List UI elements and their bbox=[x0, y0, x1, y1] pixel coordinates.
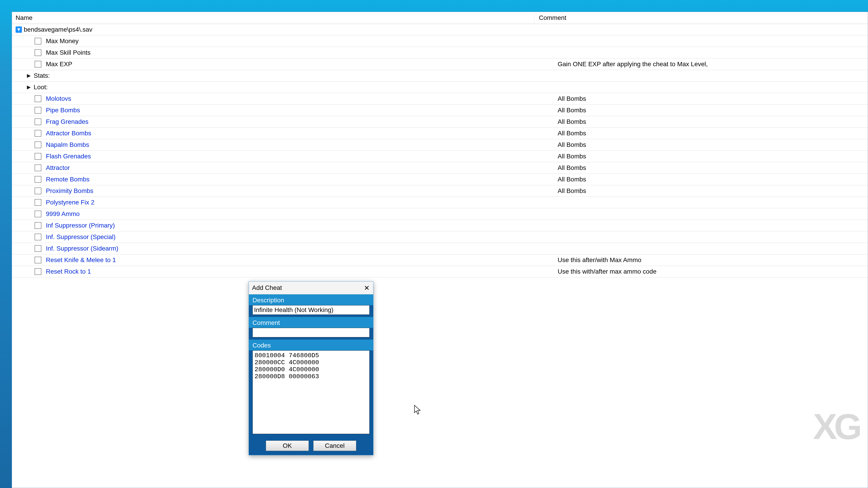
checkbox[interactable] bbox=[35, 107, 41, 113]
table-row[interactable]: MolotovsAll Bombs bbox=[12, 93, 868, 105]
tree-body: Max MoneyMax Skill PointsMax EXPGain ONE… bbox=[12, 35, 868, 278]
row-label[interactable]: Proximity Bombs bbox=[46, 187, 93, 195]
expander-icon[interactable]: ▶ bbox=[26, 72, 32, 79]
checkbox[interactable] bbox=[35, 38, 41, 44]
table-row[interactable]: Inf. Suppressor (Special) bbox=[12, 231, 868, 243]
checkbox[interactable] bbox=[35, 141, 41, 148]
table-header: Name Comment bbox=[12, 12, 868, 24]
table-row[interactable]: Inf Suppressor (Primary) bbox=[12, 220, 868, 231]
watermark: XG bbox=[813, 406, 859, 447]
description-input[interactable] bbox=[252, 305, 370, 315]
table-row[interactable]: Attractor BombsAll Bombs bbox=[12, 128, 868, 139]
row-label[interactable]: Frag Grenades bbox=[46, 118, 88, 125]
table-row[interactable]: Inf. Suppressor (Sidearm) bbox=[12, 243, 868, 254]
checkbox[interactable] bbox=[35, 188, 41, 194]
description-label: Description bbox=[249, 294, 373, 305]
row-label[interactable]: Pipe Bombs bbox=[46, 107, 80, 114]
table-row[interactable]: Polystyrene Fix 2 bbox=[12, 197, 868, 208]
expander-icon[interactable]: ▼ bbox=[16, 26, 22, 33]
row-label[interactable]: Attractor Bombs bbox=[46, 130, 91, 137]
row-comment: All Bombs bbox=[553, 164, 868, 171]
add-cheat-dialog: Add Cheat ✕ Description Comment Codes OK… bbox=[249, 281, 373, 455]
row-label[interactable]: Inf Suppressor (Primary) bbox=[46, 222, 115, 229]
column-header-comment[interactable]: Comment bbox=[534, 12, 868, 24]
row-label: Max Skill Points bbox=[46, 49, 91, 56]
table-row[interactable]: Remote BombsAll Bombs bbox=[12, 174, 868, 185]
table-row[interactable]: ▶Loot: bbox=[12, 82, 868, 93]
table-row[interactable]: Reset Rock to 1Use this with/after max a… bbox=[12, 266, 868, 278]
row-label[interactable]: Napalm Bombs bbox=[46, 141, 89, 149]
checkbox[interactable] bbox=[35, 130, 41, 137]
checkbox[interactable] bbox=[35, 61, 41, 68]
row-comment: All Bombs bbox=[553, 130, 868, 137]
table-row[interactable]: Frag GrenadesAll Bombs bbox=[12, 116, 868, 128]
checkbox[interactable] bbox=[35, 222, 41, 229]
row-label[interactable]: Reset Knife & Melee to 1 bbox=[46, 256, 116, 264]
row-label: Stats: bbox=[34, 72, 50, 79]
table-row[interactable]: Max Money bbox=[12, 35, 868, 47]
row-comment: All Bombs bbox=[553, 153, 868, 160]
row-label[interactable]: Reset Rock to 1 bbox=[46, 268, 91, 275]
checkbox[interactable] bbox=[35, 49, 41, 56]
row-comment: All Bombs bbox=[553, 118, 868, 125]
row-label[interactable]: Attractor bbox=[46, 164, 70, 171]
row-label[interactable]: Molotovs bbox=[46, 95, 71, 102]
table-row[interactable]: Reset Knife & Melee to 1Use this after/w… bbox=[12, 254, 868, 266]
ok-button[interactable]: OK bbox=[266, 441, 309, 451]
checkbox[interactable] bbox=[35, 176, 41, 183]
codes-input[interactable] bbox=[252, 350, 370, 434]
row-label: Max EXP bbox=[46, 61, 72, 68]
checkbox[interactable] bbox=[35, 257, 41, 263]
row-comment: Use this with/after max ammo code bbox=[553, 268, 868, 275]
table-row[interactable]: Max Skill Points bbox=[12, 47, 868, 59]
row-label: Max Money bbox=[46, 37, 79, 45]
checkbox[interactable] bbox=[35, 164, 41, 171]
checkbox[interactable] bbox=[35, 95, 41, 102]
dialog-title: Add Cheat bbox=[252, 284, 282, 291]
table-row[interactable]: ▶Stats: bbox=[12, 70, 868, 82]
row-label[interactable]: Polystyrene Fix 2 bbox=[46, 199, 94, 206]
row-label[interactable]: Remote Bombs bbox=[46, 176, 90, 183]
tree-root[interactable]: ▼ bendsavegame\ps4\.sav bbox=[12, 24, 868, 35]
row-label[interactable]: 9999 Ammo bbox=[46, 210, 80, 218]
row-comment: All Bombs bbox=[553, 95, 868, 102]
checkbox[interactable] bbox=[35, 268, 41, 275]
row-comment: All Bombs bbox=[553, 107, 868, 114]
checkbox[interactable] bbox=[35, 210, 41, 217]
table-row[interactable]: Proximity BombsAll Bombs bbox=[12, 185, 868, 197]
comment-label: Comment bbox=[249, 317, 373, 328]
row-label[interactable]: Inf. Suppressor (Sidearm) bbox=[46, 245, 119, 252]
main-panel: Name Comment ▼ bendsavegame\ps4\.sav Max… bbox=[12, 12, 868, 488]
table-row[interactable]: Max EXPGain ONE EXP after applying the c… bbox=[12, 59, 868, 70]
row-comment: All Bombs bbox=[553, 176, 868, 183]
checkbox[interactable] bbox=[35, 234, 41, 240]
codes-label: Codes bbox=[249, 339, 373, 350]
row-label[interactable]: Inf. Suppressor (Special) bbox=[46, 233, 116, 240]
column-header-name[interactable]: Name bbox=[12, 12, 534, 24]
checkbox[interactable] bbox=[35, 153, 41, 160]
row-comment: Gain ONE EXP after applying the cheat to… bbox=[553, 61, 868, 68]
table-row[interactable]: 9999 Ammo bbox=[12, 208, 868, 220]
checkbox[interactable] bbox=[35, 245, 41, 252]
row-comment: Use this after/with Max Ammo bbox=[553, 256, 868, 264]
close-button[interactable]: ✕ bbox=[362, 283, 372, 293]
row-label[interactable]: Flash Grenades bbox=[46, 153, 91, 160]
expander-icon[interactable]: ▶ bbox=[26, 84, 32, 90]
table-row[interactable]: Pipe BombsAll Bombs bbox=[12, 105, 868, 116]
tree-root-label: bendsavegame\ps4\.sav bbox=[24, 26, 92, 33]
comment-input[interactable] bbox=[252, 328, 370, 337]
row-comment: All Bombs bbox=[553, 141, 868, 149]
row-comment: All Bombs bbox=[553, 187, 868, 195]
checkbox[interactable] bbox=[35, 199, 41, 206]
checkbox[interactable] bbox=[35, 119, 41, 125]
cancel-button[interactable]: Cancel bbox=[313, 441, 356, 451]
row-label: Loot: bbox=[34, 84, 48, 91]
table-row[interactable]: AttractorAll Bombs bbox=[12, 162, 868, 174]
table-row[interactable]: Napalm BombsAll Bombs bbox=[12, 139, 868, 151]
dialog-title-bar[interactable]: Add Cheat ✕ bbox=[249, 282, 373, 294]
table-row[interactable]: Flash GrenadesAll Bombs bbox=[12, 151, 868, 162]
